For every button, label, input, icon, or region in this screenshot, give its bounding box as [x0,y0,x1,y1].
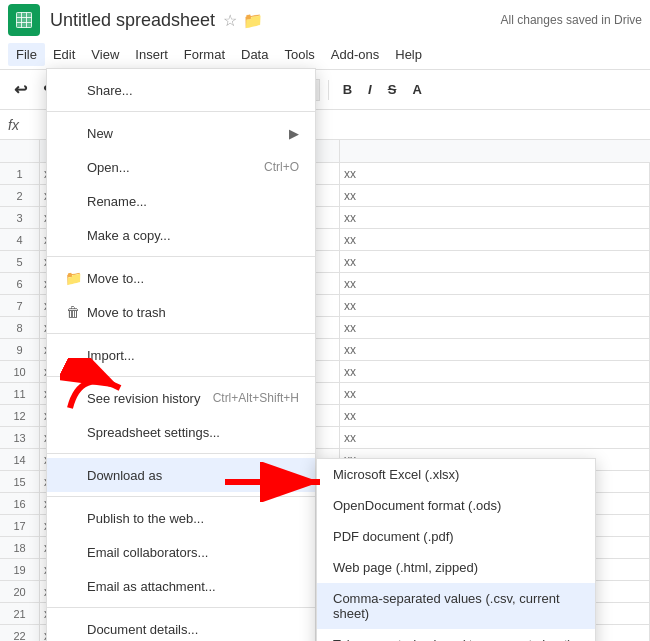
row-number: 15 [0,471,40,492]
row-number: 7 [0,295,40,316]
menu-publish[interactable]: Publish to the web... [47,501,315,535]
menu-email-collab[interactable]: Email collaborators... [47,535,315,569]
cell-rest6[interactable]: xx [340,273,650,294]
row-number: 9 [0,339,40,360]
row-number: 13 [0,427,40,448]
menu-tools[interactable]: Tools [276,43,322,66]
cell-rest9[interactable]: xx [340,339,650,360]
row-number: 22 [0,625,40,641]
row-number: 20 [0,581,40,602]
moveto-icon: 📁 [63,270,83,286]
file-menu-section-new: New ▶ Open... Ctrl+O Rename... Make a co… [47,112,315,257]
menu-view[interactable]: View [83,43,127,66]
row-number: 16 [0,493,40,514]
col-header-rest [340,140,650,162]
row-number: 1 [0,163,40,184]
row-number: 5 [0,251,40,272]
new-arrow: ▶ [289,126,299,141]
menu-settings[interactable]: Spreadsheet settings... [47,415,315,449]
menu-trash[interactable]: 🗑 Move to trash [47,295,315,329]
file-menu-section-share: Share... [47,69,315,112]
file-menu-section-revision: See revision history Ctrl+Alt+Shift+H Sp… [47,377,315,454]
row-number: 2 [0,185,40,206]
row-number: 17 [0,515,40,536]
row-number: 11 [0,383,40,404]
cell-rest4[interactable]: xx [340,229,650,250]
undo-button[interactable]: ↩ [8,78,33,101]
row-number: 18 [0,537,40,558]
cell-rest7[interactable]: xx [340,295,650,316]
menu-rename[interactable]: Rename... [47,184,315,218]
revision-shortcut: Ctrl+Alt+Shift+H [213,391,299,405]
cell-rest12[interactable]: xx [340,405,650,426]
row-number: 4 [0,229,40,250]
menu-email-attach[interactable]: Email as attachment... [47,569,315,603]
submenu-csv[interactable]: Comma-separated values (.csv, current sh… [317,583,595,629]
submenu-tsv[interactable]: Tab-separated values (.tsv, current shee… [317,629,595,641]
menu-data[interactable]: Data [233,43,276,66]
submenu-pdf[interactable]: PDF document (.pdf) [317,521,595,552]
cell-rest1[interactable]: xx [340,163,650,184]
file-menu-section-import: Import... [47,334,315,377]
cell-rest3[interactable]: xx [340,207,650,228]
menu-bar: File Edit View Insert Format Data Tools … [0,40,650,70]
text-color-button[interactable]: A [406,80,427,99]
cell-rest10[interactable]: xx [340,361,650,382]
menu-download[interactable]: Download as ▶ [47,458,315,492]
row-num-header [0,140,40,162]
file-menu-section-download: Download as ▶ [47,454,315,497]
open-shortcut: Ctrl+O [264,160,299,174]
menu-help[interactable]: Help [387,43,430,66]
menu-new[interactable]: New ▶ [47,116,315,150]
submenu-html[interactable]: Web page (.html, zipped) [317,552,595,583]
file-menu-section-details: Document details... [47,608,315,641]
sheets-logo [8,4,40,36]
row-number: 6 [0,273,40,294]
saved-status: All changes saved in Drive [501,13,642,27]
menu-addons[interactable]: Add-ons [323,43,387,66]
cell-rest11[interactable]: xx [340,383,650,404]
folder-icon[interactable]: 📁 [243,11,263,30]
strikethrough-button[interactable]: S [382,80,403,99]
cell-rest13[interactable]: xx [340,427,650,448]
file-menu: Share... New ▶ Open... Ctrl+O Rename... … [46,68,316,641]
italic-button[interactable]: I [362,80,378,99]
bold-button[interactable]: B [337,80,358,99]
menu-import[interactable]: Import... [47,338,315,372]
menu-move-to[interactable]: 📁 Move to... [47,261,315,295]
file-menu-section-publish: Publish to the web... Email collaborator… [47,497,315,608]
cell-rest8[interactable]: xx [340,317,650,338]
file-menu-section-move: 📁 Move to... 🗑 Move to trash [47,257,315,334]
row-number: 19 [0,559,40,580]
menu-edit[interactable]: Edit [45,43,83,66]
cell-rest5[interactable]: xx [340,251,650,272]
row-number: 12 [0,405,40,426]
separator2 [328,80,329,100]
row-number: 21 [0,603,40,624]
svg-rect-0 [17,13,32,28]
fx-label: fx [8,117,19,133]
title-bar: Untitled spreadsheet ☆ 📁 All changes sav… [0,0,650,40]
cell-rest2[interactable]: xx [340,185,650,206]
menu-open[interactable]: Open... Ctrl+O [47,150,315,184]
row-number: 10 [0,361,40,382]
document-title[interactable]: Untitled spreadsheet [50,10,215,31]
row-number: 3 [0,207,40,228]
menu-make-copy[interactable]: Make a copy... [47,218,315,252]
menu-share[interactable]: Share... [47,73,315,107]
menu-format[interactable]: Format [176,43,233,66]
download-arrow: ▶ [289,468,299,483]
menu-revision[interactable]: See revision history Ctrl+Alt+Shift+H [47,381,315,415]
submenu-ods[interactable]: OpenDocument format (.ods) [317,490,595,521]
trash-icon: 🗑 [63,304,83,320]
download-submenu: Microsoft Excel (.xlsx) OpenDocument for… [316,458,596,641]
menu-file[interactable]: File [8,43,45,66]
row-number: 8 [0,317,40,338]
menu-doc-details[interactable]: Document details... [47,612,315,641]
row-number: 14 [0,449,40,470]
submenu-xlsx[interactable]: Microsoft Excel (.xlsx) [317,459,595,490]
star-icon[interactable]: ☆ [223,11,237,30]
menu-insert[interactable]: Insert [127,43,176,66]
